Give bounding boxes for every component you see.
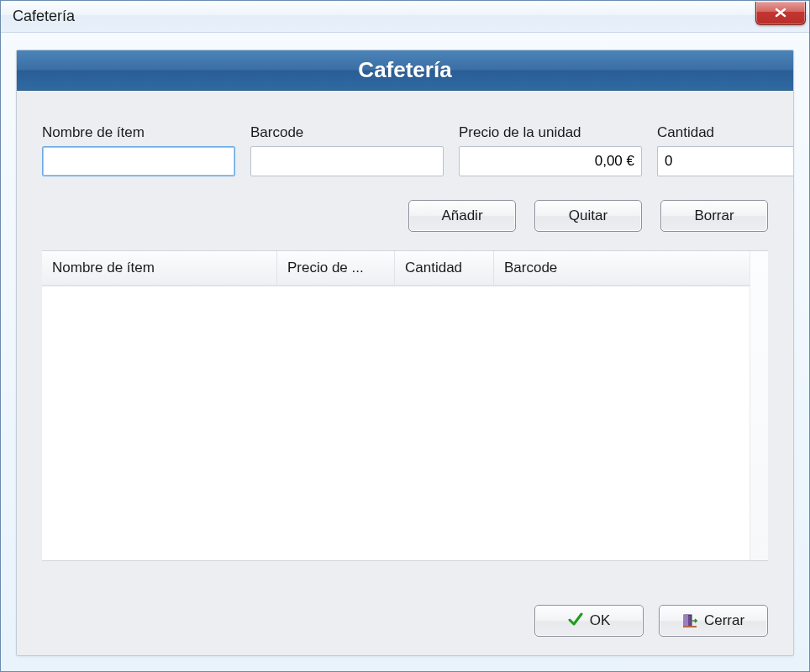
grid-header: Nombre de ítem Precio de ... Cantidad Ba… [42, 251, 768, 286]
col-item-name[interactable]: Nombre de ítem [42, 251, 277, 285]
check-icon [568, 612, 583, 630]
remove-button-label: Quitar [569, 207, 608, 224]
input-unit-price[interactable] [459, 146, 642, 176]
add-button-label: Añadir [441, 207, 482, 224]
dialog-panel: Cafetería Nombre de ítem Barcode Precio … [16, 50, 794, 656]
door-exit-icon [682, 613, 697, 628]
ok-button-label: OK [590, 612, 611, 629]
field-quantity: Cantidad [657, 124, 751, 176]
grid-scroll-track[interactable] [750, 251, 768, 560]
col-barcode[interactable]: Barcode [494, 251, 768, 285]
titlebar: Cafetería [1, 1, 809, 33]
close-icon [774, 7, 787, 18]
window-frame: Cafetería Cafetería Nombre de ítem Barco… [0, 0, 810, 672]
svg-rect-2 [683, 626, 697, 627]
action-row: Añadir Quitar Borrar [17, 176, 793, 232]
form-area: Nombre de ítem Barcode Precio de la unid… [17, 91, 793, 176]
window-close-button[interactable] [755, 2, 806, 25]
remove-button[interactable]: Quitar [534, 200, 642, 232]
label-quantity: Cantidad [657, 124, 751, 141]
clear-button-label: Borrar [694, 207, 734, 224]
quantity-stepper[interactable] [657, 146, 751, 176]
field-unit-price: Precio de la unidad [459, 124, 642, 176]
ok-button[interactable]: OK [534, 605, 644, 637]
field-barcode: Barcode [250, 124, 444, 176]
input-quantity[interactable] [657, 146, 794, 176]
add-button[interactable]: Añadir [408, 200, 516, 232]
panel-header: Cafetería [17, 50, 793, 91]
close-button[interactable]: Cerrar [659, 605, 768, 637]
field-item-name: Nombre de ítem [42, 124, 235, 176]
label-barcode: Barcode [250, 124, 444, 141]
col-unit-price[interactable]: Precio de ... [277, 251, 395, 285]
col-quantity[interactable]: Cantidad [395, 251, 494, 285]
window-title: Cafetería [13, 8, 75, 25]
items-grid[interactable]: Nombre de ítem Precio de ... Cantidad Ba… [42, 250, 768, 561]
label-item-name: Nombre de ítem [42, 124, 235, 141]
close-button-label: Cerrar [704, 612, 744, 629]
label-unit-price: Precio de la unidad [459, 124, 642, 141]
footer-row: OK Cerrar [42, 605, 768, 637]
fields-row: Nombre de ítem Barcode Precio de la unid… [42, 124, 768, 176]
input-item-name[interactable] [42, 146, 235, 176]
titlebar-controls [755, 2, 809, 25]
input-barcode[interactable] [250, 146, 444, 176]
svg-rect-1 [684, 615, 688, 627]
clear-button[interactable]: Borrar [660, 200, 768, 232]
